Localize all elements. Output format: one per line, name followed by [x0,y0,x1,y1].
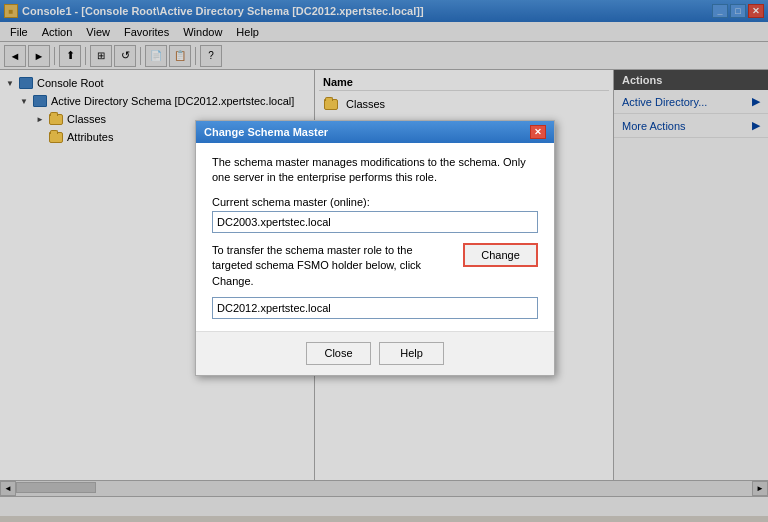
dialog-footer: Close Help [196,331,554,375]
dialog-body: The schema master manages modifications … [196,143,554,331]
dialog-close-x: ✕ [534,127,542,137]
modal-overlay: Change Schema Master ✕ The schema master… [0,0,768,522]
transfer-row: To transfer the schema master role to th… [212,243,538,289]
transfer-text: To transfer the schema master role to th… [212,243,455,289]
close-button-dialog[interactable]: Close [306,342,371,365]
dialog-title-bar: Change Schema Master ✕ [196,121,554,143]
dialog-close-icon-btn[interactable]: ✕ [530,125,546,139]
dialog-title: Change Schema Master [204,126,328,138]
current-master-input[interactable] [212,211,538,233]
dialog-description: The schema master manages modifications … [212,155,538,186]
target-master-input[interactable] [212,297,538,319]
change-button[interactable]: Change [463,243,538,267]
help-button-dialog[interactable]: Help [379,342,444,365]
current-master-label: Current schema master (online): [212,196,538,208]
change-schema-master-dialog: Change Schema Master ✕ The schema master… [195,120,555,376]
